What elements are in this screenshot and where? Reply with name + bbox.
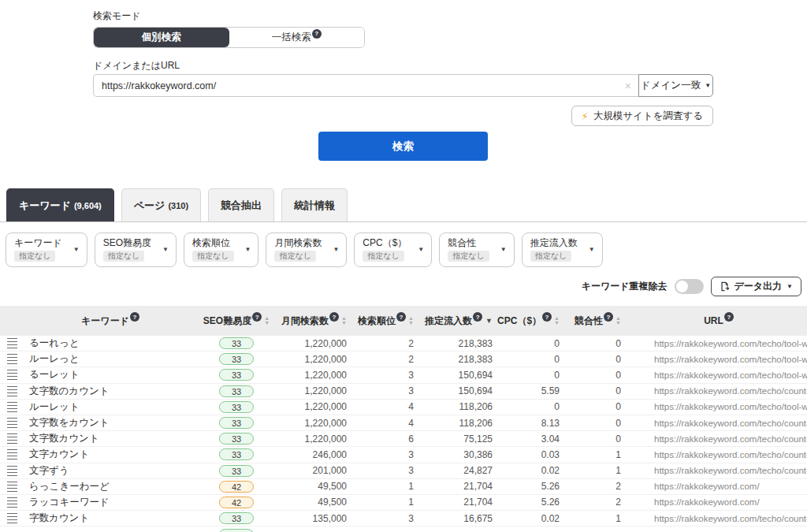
column-label: CPC（$） — [497, 314, 541, 328]
drag-handle[interactable] — [0, 400, 24, 415]
traffic-cell: 24,827 — [419, 463, 500, 478]
drag-handle[interactable] — [0, 336, 24, 351]
drag-handle[interactable] — [0, 367, 24, 382]
cpc-cell: 0 — [500, 352, 566, 366]
domain-input[interactable]: https://rakkokeyword.com/ × — [93, 74, 638, 97]
info-icon: ? — [542, 312, 552, 322]
table-row: ルーレっと331,220,0002218,38300https://rakkok… — [0, 352, 807, 367]
filter-CPC（$）[interactable]: CPC（$）指定なし▼ — [354, 233, 432, 267]
column-header-traffic[interactable]: 推定流入数?▼ — [419, 306, 500, 336]
drag-handle[interactable] — [0, 479, 24, 494]
drag-handle-icon — [7, 370, 17, 380]
volume-cell: 246,000 — [276, 447, 355, 462]
competition-cell: 0 — [566, 431, 630, 446]
filter-value-chip: 指定なし — [103, 251, 144, 262]
filter-キーワード[interactable]: キーワード指定なし▼ — [6, 233, 87, 267]
file-export-icon — [720, 281, 730, 292]
export-button[interactable]: データ出力 ▼ — [711, 277, 801, 296]
filter-検索順位[interactable]: 検索順位指定なし▼ — [184, 233, 258, 267]
column-header-difficulty[interactable]: SEO難易度?▲▼ — [197, 306, 276, 336]
rank-cell: 3 — [355, 367, 419, 382]
large-site-button[interactable]: ⚡ 大規模サイトを調査する — [571, 106, 713, 126]
drag-handle[interactable] — [0, 495, 24, 510]
column-label: キーワード — [81, 314, 129, 328]
match-type-dropdown[interactable]: ドメイン一致 ▼ — [638, 74, 713, 97]
drag-cell — [0, 526, 24, 532]
rank-cell: 4 — [355, 400, 419, 415]
filter-競合性[interactable]: 競合性指定なし▼ — [439, 233, 514, 267]
search-section: 検索モード 個別検索一括検索? ドメインまたはURL https://rakko… — [93, 0, 713, 161]
drag-handle[interactable] — [0, 384, 24, 399]
rank-cell: 3 — [355, 511, 419, 526]
difficulty-cell: 33 — [197, 384, 276, 399]
filter-推定流入数[interactable]: 推定流入数指定なし▼ — [522, 233, 603, 267]
filter-title: 競合性 — [448, 237, 489, 248]
traffic-cell: 118,206 — [419, 415, 500, 430]
filter-value-chip: 指定なし — [14, 251, 55, 262]
filter-value-chip: 指定なし — [530, 251, 571, 262]
export-label: データ出力 — [734, 280, 783, 293]
column-header-volume[interactable]: 月間検索数?▲▼ — [276, 306, 355, 336]
sort-icon[interactable]: ▲▼ — [264, 316, 270, 326]
cpc-cell: 0 — [500, 336, 566, 351]
column-header-competition[interactable]: 競合性?▲▼ — [566, 306, 630, 336]
drag-handle[interactable] — [0, 352, 24, 366]
column-header-cpc[interactable]: CPC（$）?▲▼ — [500, 306, 566, 336]
chevron-down-icon: ▼ — [73, 246, 80, 253]
table-row: るーれっと331,220,0002218,38300https://rakkok… — [0, 336, 807, 352]
cpc-cell: 0 — [500, 367, 566, 382]
keyword-cell: 文字カウント — [24, 447, 197, 462]
clear-input-icon[interactable]: × — [625, 80, 631, 91]
difficulty-badge: 42 — [219, 481, 254, 493]
info-icon: ? — [252, 312, 262, 322]
result-tab-キーワード[interactable]: キーワード(9,604) — [6, 188, 114, 221]
volume-cell: 1,220,000 — [276, 431, 355, 446]
rank-cell: 2 — [355, 352, 419, 366]
column-header-rank[interactable]: 検索順位?▲▼ — [355, 306, 419, 336]
difficulty-badge: 42 — [219, 497, 254, 508]
table-body: るーれっと331,220,0002218,38300https://rakkok… — [0, 336, 807, 532]
filter-inner: CPC（$）指定なし — [363, 237, 407, 262]
keyword-cell: るーレット — [24, 367, 197, 382]
table-row: 文字数のカウント331,220,0003150,6945.590https://… — [0, 384, 807, 400]
keyword-cell: 文字ずう — [24, 463, 197, 478]
drag-handle[interactable] — [0, 511, 24, 526]
sort-icon[interactable]: ▲▼ — [554, 316, 560, 326]
filter-title: SEO難易度 — [103, 237, 151, 248]
result-tab-競合抽出[interactable]: 競合抽出 — [208, 188, 274, 221]
mode-tab-label: 一括検索 — [272, 31, 311, 44]
dedupe-toggle[interactable] — [675, 279, 704, 294]
drag-handle-icon — [7, 386, 17, 396]
sort-icon[interactable]: ▲▼ — [615, 316, 621, 326]
difficulty-badge: 33 — [219, 433, 254, 445]
sort-icon[interactable]: ▲▼ — [341, 316, 347, 326]
info-icon: ? — [396, 312, 406, 322]
filter-月間検索数[interactable]: 月間検索数指定なし▼ — [266, 233, 347, 267]
difficulty-badge: 33 — [219, 512, 254, 524]
difficulty-cell: 33 — [197, 431, 276, 446]
mode-tab-一括検索[interactable]: 一括検索? — [229, 28, 365, 47]
drag-handle[interactable] — [0, 431, 24, 446]
table-row: ルーレット331,220,0004118,20600https://rakkok… — [0, 400, 807, 415]
result-tab-ページ[interactable]: ページ(310) — [121, 188, 201, 221]
search-button[interactable]: 検索 — [318, 132, 488, 161]
result-tab-統計情報[interactable]: 統計情報 — [281, 188, 348, 221]
sort-desc-icon: ▼ — [485, 317, 493, 325]
drag-handle[interactable] — [0, 447, 24, 462]
url-cell: https://rakkokeyword.com/techo/tool-w — [630, 336, 807, 351]
difficulty-cell: 42 — [197, 479, 276, 494]
drag-handle[interactable] — [0, 463, 24, 478]
result-tab-count: (310) — [168, 201, 188, 210]
competition-cell: 0 — [566, 367, 630, 382]
mode-tab-個別検索[interactable]: 個別検索 — [94, 28, 229, 47]
url-cell: https://rakkokeyword.com/techo/tool-w — [630, 367, 807, 382]
cpc-cell: 0 — [500, 400, 566, 415]
filter-SEO難易度[interactable]: SEO難易度指定なし▼ — [95, 233, 177, 267]
match-type-label: ドメイン一致 — [641, 79, 701, 92]
chevron-down-icon: ▼ — [705, 82, 711, 89]
traffic-cell: 75,125 — [419, 431, 500, 446]
result-tab-label: 統計情報 — [294, 199, 335, 213]
sort-icon[interactable]: ▲▼ — [408, 316, 414, 326]
drag-handle[interactable] — [0, 415, 24, 430]
drag-handle-icon — [7, 354, 17, 364]
